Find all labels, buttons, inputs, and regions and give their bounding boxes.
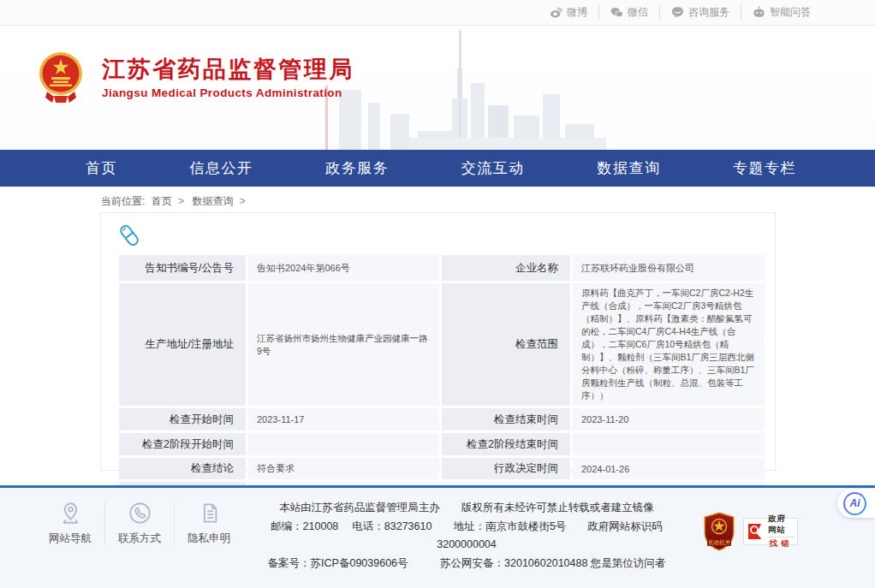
- smart-qa-link[interactable]: 智能问答: [741, 5, 822, 20]
- nav-item-home[interactable]: 首页: [86, 158, 117, 178]
- svg-text:党政机关: 党政机关: [708, 539, 731, 546]
- field-label: 检查2阶段结束时间: [442, 433, 570, 455]
- inspection-detail-card: 告知书编号/公告号 告知书2024年第066号 企业名称 江苏联环药业股份有限公…: [100, 212, 776, 471]
- page: 微博 微信 咨询服务 智能问答: [0, 0, 875, 588]
- nav-item-special-topics[interactable]: 专题专栏: [733, 158, 796, 178]
- nav-item-info-disclosure[interactable]: 信息公开: [190, 158, 253, 178]
- field-value: 江苏联环药业股份有限公司: [573, 255, 765, 281]
- consult-chat-icon: [671, 6, 684, 19]
- city-skyline-graphic: [324, 26, 683, 150]
- footer-link-label: 联系方式: [118, 532, 161, 546]
- footer-line-icp: 备案号：苏ICP备09039606号 苏公网安备：32010602010488 …: [244, 555, 689, 573]
- table-row: 生产地址/注册地址 江苏省扬州市扬州生物健康产业园健康一路9号 检查范围 原料药…: [119, 283, 765, 406]
- wechat-label: 微信: [628, 5, 648, 20]
- weibo-icon: [550, 6, 562, 19]
- footer-line-contact: 邮编：210008 电话：83273610 地址：南京市鼓楼街5号 政府网站标识…: [244, 518, 689, 555]
- error-correction-icon: [747, 522, 765, 541]
- field-label: 企业名称: [442, 255, 570, 281]
- gov-site-error-report-badge[interactable]: 政府网站 找错: [743, 518, 798, 545]
- national-emblem: [39, 51, 83, 103]
- consult-service-link[interactable]: 咨询服务: [659, 5, 741, 20]
- main-navigation: 首页 信息公开 政务服务 交流互动 数据查询 专题专栏: [0, 150, 875, 187]
- field-label: 检查开始时间: [119, 408, 246, 431]
- table-row: 告知书编号/公告号 告知书2024年第066号 企业名称 江苏联环药业股份有限公…: [119, 255, 765, 281]
- top-utility-bar: 微博 微信 咨询服务 智能问答: [0, 0, 875, 26]
- field-label: 生产地址/注册地址: [119, 283, 246, 406]
- weibo-link[interactable]: 微博: [539, 5, 598, 20]
- field-label: 检查2阶段开始时间: [119, 433, 246, 455]
- footer-link-label: 隐私申明: [188, 532, 230, 546]
- error-badge-subtitle: 找错: [770, 538, 793, 549]
- site-banner: 江苏省药品监督管理局 Jiangsu Medical Products Admi…: [0, 26, 875, 150]
- field-value: 2023-11-20: [573, 408, 765, 431]
- footer-link-contact[interactable]: 联系方式: [104, 502, 174, 546]
- footer: 网站导航 联系方式 隐私申明 本站由江苏省药品监督管理局主办 版权所有未经许可禁…: [0, 485, 875, 588]
- field-value: 告知书2024年第066号: [248, 255, 439, 281]
- site-subtitle: Jiangsu Medical Products Administration: [102, 86, 354, 99]
- inspection-detail-table: 告知书编号/公告号 告知书2024年第066号 企业名称 江苏联环药业股份有限公…: [116, 252, 767, 507]
- field-label: 行政决定时间: [442, 458, 570, 479]
- footer-badges: 党政机关 政府网站 找错: [702, 512, 798, 551]
- site-title: 江苏省药品监督管理局: [102, 56, 354, 83]
- ai-assistant-icon: Ai: [843, 492, 866, 515]
- agency-logo-group[interactable]: 江苏省药品监督管理局 Jiangsu Medical Products Admi…: [39, 51, 354, 103]
- footer-link-privacy[interactable]: 隐私申明: [174, 502, 243, 546]
- error-badge-text: 政府网站 找错: [768, 514, 794, 549]
- ai-assistant-button[interactable]: Ai: [837, 489, 875, 518]
- nav-item-interaction[interactable]: 交流互动: [461, 158, 525, 178]
- field-label: 告知书编号/公告号: [119, 255, 246, 281]
- nav-item-data-query[interactable]: 数据查询: [597, 158, 660, 178]
- party-gov-shield-badge[interactable]: 党政机关: [702, 512, 736, 551]
- smart-qa-label: 智能问答: [770, 5, 811, 20]
- footer-line-host: 本站由江苏省药品监督管理局主办 版权所有未经许可禁止转载或者建立镜像: [244, 499, 689, 518]
- table-row: 检查结论 符合要求 行政决定时间 2024-01-26: [119, 458, 765, 479]
- agency-title-block: 江苏省药品监督管理局 Jiangsu Medical Products Admi…: [102, 56, 354, 99]
- field-value: [573, 433, 765, 455]
- qa-robot-icon: [753, 6, 765, 19]
- consult-service-label: 咨询服务: [688, 5, 729, 20]
- breadcrumb-separator: >: [240, 195, 246, 207]
- sitemap-pin-icon: [59, 502, 82, 525]
- capsule-icon-wrap: [116, 223, 756, 247]
- nav-item-gov-services[interactable]: 政务服务: [325, 158, 389, 178]
- footer-link-label: 网站导航: [49, 532, 92, 546]
- field-value: 原料药【曲克芦丁，一车间C2厂房C2-H2生产线（合成），一车间C2厂房3号精烘…: [573, 283, 765, 406]
- field-label: 检查结束时间: [442, 408, 570, 431]
- error-badge-title: 政府网站: [768, 514, 794, 538]
- field-value: 2023-11-17: [248, 408, 439, 431]
- field-value: 江苏省扬州市扬州生物健康产业园健康一路9号: [248, 283, 439, 406]
- table-row: 检查2阶段开始时间 检查2阶段结束时间: [119, 433, 765, 455]
- table-row: 检查开始时间 2023-11-17 检查结束时间 2023-11-20: [119, 408, 765, 431]
- main-content: 当前位置: 首页 > 数据查询 > 告知书编号/公告号: [0, 187, 875, 485]
- footer-legal-text: 本站由江苏省药品监督管理局主办 版权所有未经许可禁止转载或者建立镜像 邮编：21…: [244, 499, 689, 573]
- phone-icon: [128, 502, 152, 525]
- field-label: 检查范围: [442, 283, 570, 406]
- footer-link-sitemap[interactable]: 网站导航: [36, 502, 104, 546]
- field-value: 2024-01-26: [573, 458, 765, 479]
- field-value: 符合要求: [248, 458, 439, 479]
- breadcrumb: 当前位置: 首页 > 数据查询 >: [0, 187, 875, 211]
- weibo-label: 微博: [567, 5, 587, 20]
- capsule-icon: [116, 223, 142, 247]
- field-label: 检查结论: [119, 458, 246, 479]
- breadcrumb-home-link[interactable]: 首页: [152, 195, 172, 207]
- privacy-doc-icon: [198, 502, 221, 525]
- footer-quick-links: 网站导航 联系方式 隐私申明: [36, 502, 243, 546]
- breadcrumb-separator: >: [178, 195, 184, 207]
- breadcrumb-data-query-link[interactable]: 数据查询: [192, 195, 233, 207]
- wechat-link[interactable]: 微信: [598, 5, 659, 20]
- breadcrumb-prefix: 当前位置:: [101, 195, 145, 207]
- field-value: [248, 433, 439, 455]
- wechat-icon: [610, 6, 623, 19]
